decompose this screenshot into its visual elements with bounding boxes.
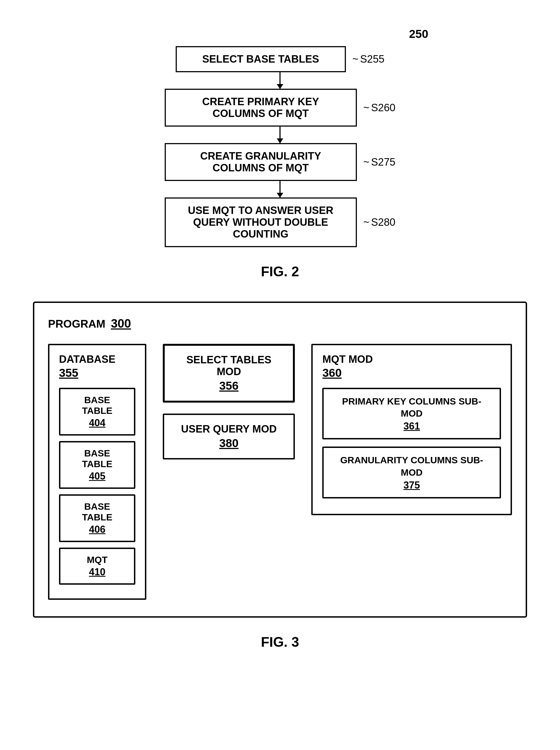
flow-box-s260: CREATE PRIMARY KEY COLUMNS OF MQT (165, 89, 357, 126)
database-box: DATABASE 355 BASE TABLE 404 BASE TABLE 4… (48, 344, 146, 600)
step-label-s255: ~S255 (353, 53, 385, 65)
page: 250 SELECT BASE TABLES ~S255 CREATE PRIM… (0, 0, 560, 750)
program-inner: DATABASE 355 BASE TABLE 404 BASE TABLE 4… (48, 344, 512, 600)
flow-box-s255: SELECT BASE TABLES (176, 46, 346, 72)
arrow-2 (279, 126, 281, 143)
flow-row-s260: CREATE PRIMARY KEY COLUMNS OF MQT ~S260 (165, 89, 396, 126)
arrow-3 (279, 181, 281, 197)
primary-key-sub-mod: PRIMARY KEY COLUMNS SUB-MOD 361 (322, 388, 501, 439)
database-title: DATABASE (59, 353, 135, 365)
fig3-caption: FIG. 3 (261, 634, 299, 650)
select-tables-mod-title: SELECT TABLES MOD (186, 354, 272, 377)
primary-key-sub-mod-number: 361 (331, 420, 492, 432)
step-label-s280: ~S280 (363, 216, 396, 228)
flow-row-s275: CREATE GRANULARITY COLUMNS OF MQT ~S275 (165, 143, 396, 181)
middle-column: SELECT TABLES MOD 356 USER QUERY MOD 380 (163, 344, 295, 459)
flow-box-s275: CREATE GRANULARITY COLUMNS OF MQT (165, 143, 357, 181)
fig2-diagram-number: 250 (409, 27, 428, 41)
step-label-s275: ~S275 (363, 156, 396, 168)
base-table-405: BASE TABLE 405 (59, 441, 135, 489)
select-tables-mod-box: SELECT TABLES MOD 356 (163, 344, 295, 402)
program-number: 300 (111, 317, 131, 330)
user-query-mod-number: 380 (174, 437, 284, 450)
mqt-410: MQT 410 (59, 548, 135, 585)
base-table-406: BASE TABLE 406 (59, 494, 135, 542)
database-number: 355 (59, 366, 135, 379)
arrow-1 (279, 72, 281, 89)
fig3-section: PROGRAM 300 DATABASE 355 BASE TABLE 404 … (27, 301, 533, 650)
base-table-404: BASE TABLE 404 (59, 388, 135, 436)
granularity-sub-mod: GRANULARITY COLUMNS SUB-MOD 375 (322, 447, 501, 498)
flow-box-s280: USE MQT TO ANSWER USER QUERY WITHOUT DOU… (165, 197, 357, 247)
flow-row-s280: USE MQT TO ANSWER USER QUERY WITHOUT DOU… (165, 197, 396, 247)
mqt-mod-number: 360 (322, 366, 501, 379)
fig2-section: 250 SELECT BASE TABLES ~S255 CREATE PRIM… (27, 17, 533, 280)
mqt-mod-box: MQT MOD 360 PRIMARY KEY COLUMNS SUB-MOD … (311, 344, 512, 515)
flowchart: SELECT BASE TABLES ~S255 CREATE PRIMARY … (165, 46, 396, 247)
program-header: PROGRAM 300 (48, 317, 512, 333)
step-label-s260: ~S260 (363, 102, 396, 114)
program-container: PROGRAM 300 DATABASE 355 BASE TABLE 404 … (33, 301, 527, 618)
user-query-mod-title: USER QUERY MOD (181, 423, 277, 435)
granularity-sub-mod-number: 375 (331, 479, 492, 491)
flow-row-s255: SELECT BASE TABLES ~S255 (176, 46, 385, 72)
primary-key-sub-mod-title: PRIMARY KEY COLUMNS SUB-MOD (342, 396, 481, 418)
user-query-mod-box: USER QUERY MOD 380 (163, 414, 295, 459)
fig2-caption: FIG. 2 (261, 264, 299, 280)
mqt-mod-title: MQT MOD (322, 353, 501, 365)
program-label: PROGRAM (48, 318, 105, 330)
select-tables-mod-number: 356 (174, 379, 283, 392)
granularity-sub-mod-title: GRANULARITY COLUMNS SUB-MOD (340, 455, 483, 477)
